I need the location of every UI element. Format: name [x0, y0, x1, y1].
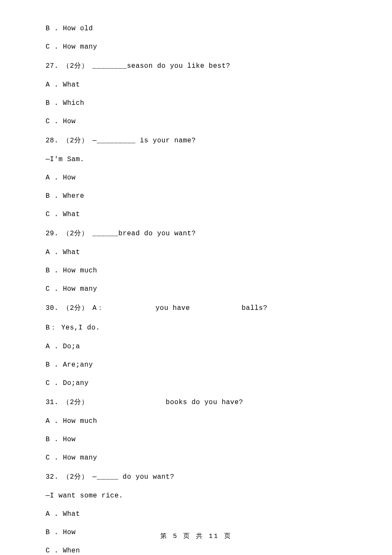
page-footer: 第 5 页 共 11 页 [0, 532, 392, 540]
option-text: C . When [46, 547, 346, 555]
option-text: C . How many [46, 43, 346, 51]
option-text: C . What [46, 211, 346, 218]
option-text: C . How [46, 118, 346, 125]
question-text: 30. （2分） A： you have balls? [46, 304, 346, 312]
option-text: A . Do;a [46, 343, 346, 350]
option-text: A . How [46, 174, 346, 182]
option-text: B . How old [46, 25, 346, 32]
option-text: A . What [46, 81, 346, 89]
question-text: 28. （2分） —_________ is your name? [46, 136, 346, 145]
option-text: B . Where [46, 192, 346, 200]
option-text: C . How many [46, 285, 346, 293]
question-text: 31. （2分） books do you have? [46, 398, 346, 407]
option-text: C . How many [46, 454, 346, 462]
option-text: B . Which [46, 99, 346, 107]
question-text: 29. （2分） ______bread do you want? [46, 229, 346, 238]
answer-text: —I want some rice. [46, 492, 346, 500]
answer-text: B： Yes,I do. [46, 323, 346, 332]
option-text: A . What [46, 510, 346, 518]
option-text: B . How much [46, 267, 346, 275]
question-text: 27. （2分） ________season do you like best… [46, 61, 346, 70]
answer-text: —I'm Sam. [46, 156, 346, 163]
option-text: B . Are;any [46, 361, 346, 369]
option-text: B . How [46, 436, 346, 443]
document-content: B . How old C . How many 27. （2分） ______… [0, 0, 392, 555]
option-text: C . Do;any [46, 379, 346, 387]
option-text: A . How much [46, 417, 346, 425]
question-text: 32. （2分） —_____ do you want? [46, 472, 346, 481]
option-text: A . What [46, 249, 346, 256]
